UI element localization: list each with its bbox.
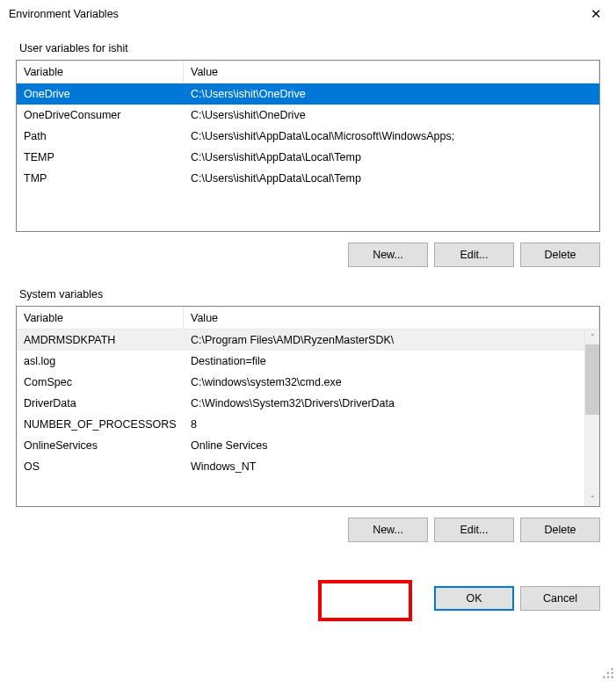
column-header-variable[interactable]: Variable: [17, 307, 184, 329]
user-delete-button[interactable]: Delete: [520, 243, 600, 267]
listview-header: Variable Value: [17, 61, 599, 83]
cell-value: C:\Users\ishit\AppData\Local\Temp: [184, 151, 599, 163]
dialog-buttons: OK Cancel: [0, 563, 616, 611]
cell-value: C:\Program Files\AMD\RyzenMasterSDK\: [184, 334, 584, 346]
user-new-button[interactable]: New...: [348, 243, 428, 267]
user-edit-button[interactable]: Edit...: [434, 243, 514, 267]
listview-header: Variable Value: [17, 307, 599, 330]
system-vars-listview[interactable]: Variable Value AMDRMSDKPATH C:\Program F…: [16, 306, 600, 507]
ok-button[interactable]: OK: [434, 586, 514, 611]
cell-value: C:\Users\ishit\OneDrive: [184, 88, 599, 100]
system-vars-buttons: New... Edit... Delete: [16, 507, 600, 542]
scroll-thumb[interactable]: [585, 344, 599, 415]
cell-value: Destination=file: [184, 355, 584, 367]
svg-point-2: [607, 672, 609, 674]
window-title: Environment Variables: [9, 8, 576, 20]
cell-value: C:\Users\ishit\AppData\Local\Temp: [184, 172, 599, 185]
resize-grip-icon[interactable]: [602, 667, 614, 679]
cell-variable: OneDrive: [17, 88, 184, 100]
table-row[interactable]: NUMBER_OF_PROCESSORS 8: [17, 414, 584, 435]
scrollbar[interactable]: ˄ ˅: [584, 330, 599, 506]
scroll-up-icon[interactable]: ˄: [585, 330, 599, 344]
system-vars-group: System variables Variable Value AMDRMSDK…: [16, 288, 600, 542]
svg-point-0: [612, 668, 613, 670]
table-row[interactable]: OS Windows_NT: [17, 456, 584, 477]
user-vars-label: User variables for ishit: [19, 42, 600, 54]
scroll-down-icon[interactable]: ˅: [585, 491, 599, 506]
cell-variable: TEMP: [17, 151, 184, 163]
scroll-track[interactable]: [585, 415, 599, 491]
system-delete-button[interactable]: Delete: [520, 518, 600, 542]
table-row[interactable]: AMDRMSDKPATH C:\Program Files\AMD\RyzenM…: [17, 330, 584, 351]
table-row[interactable]: DriverData C:\Windows\System32\Drivers\D…: [17, 393, 584, 414]
user-vars-group: User variables for ishit Variable Value …: [16, 42, 600, 267]
table-row[interactable]: OneDriveConsumer C:\Users\ishit\OneDrive: [17, 105, 599, 126]
column-header-variable[interactable]: Variable: [17, 61, 184, 83]
user-vars-buttons: New... Edit... Delete: [16, 232, 600, 267]
cell-variable: NUMBER_OF_PROCESSORS: [17, 418, 184, 431]
cell-value: C:\windows\system32\cmd.exe: [184, 376, 584, 388]
system-new-button[interactable]: New...: [348, 518, 428, 542]
cancel-button[interactable]: Cancel: [520, 586, 600, 611]
cell-variable: OnlineServices: [17, 439, 184, 452]
svg-point-5: [603, 677, 605, 678]
cell-value: C:\Users\ishit\OneDrive: [184, 109, 599, 121]
cell-variable: OS: [17, 460, 184, 473]
column-header-value[interactable]: Value: [184, 61, 599, 83]
close-button[interactable]: ✕: [576, 0, 616, 28]
system-edit-button[interactable]: Edit...: [434, 518, 514, 542]
svg-point-3: [612, 677, 613, 678]
cell-variable: ComSpec: [17, 376, 184, 388]
table-row[interactable]: TMP C:\Users\ishit\AppData\Local\Temp: [17, 168, 599, 189]
svg-point-1: [612, 672, 613, 674]
cell-value: C:\Windows\System32\Drivers\DriverData: [184, 397, 584, 409]
cell-variable: asl.log: [17, 355, 184, 367]
user-vars-listview[interactable]: Variable Value OneDrive C:\Users\ishit\O…: [16, 60, 600, 232]
table-row[interactable]: OneDrive C:\Users\ishit\OneDrive: [17, 83, 599, 105]
cell-variable: AMDRMSDKPATH: [17, 334, 184, 346]
cell-value: Windows_NT: [184, 460, 584, 473]
table-row[interactable]: TEMP C:\Users\ishit\AppData\Local\Temp: [17, 147, 599, 168]
cell-variable: TMP: [17, 172, 184, 185]
column-header-value[interactable]: Value: [184, 307, 599, 329]
cell-value: 8: [184, 418, 584, 431]
table-row[interactable]: Path C:\Users\ishit\AppData\Local\Micros…: [17, 126, 599, 147]
titlebar: Environment Variables ✕: [0, 0, 616, 28]
table-row[interactable]: ComSpec C:\windows\system32\cmd.exe: [17, 372, 584, 393]
cell-variable: DriverData: [17, 397, 184, 409]
cell-value: C:\Users\ishit\AppData\Local\Microsoft\W…: [184, 130, 599, 142]
cell-value: Online Services: [184, 439, 584, 452]
cell-variable: Path: [17, 130, 184, 142]
cell-variable: OneDriveConsumer: [17, 109, 184, 121]
system-vars-label: System variables: [19, 288, 600, 301]
table-row[interactable]: OnlineServices Online Services: [17, 435, 584, 456]
svg-point-4: [607, 677, 609, 678]
table-row[interactable]: asl.log Destination=file: [17, 351, 584, 372]
